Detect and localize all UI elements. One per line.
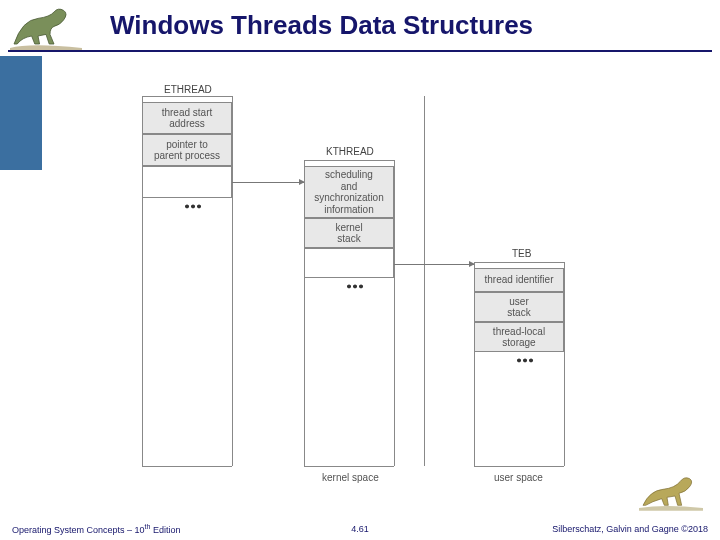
slide-title: Windows Threads Data Structures (110, 10, 533, 41)
diagram: ETHREAD KTHREAD TEB thread start address… (142, 84, 612, 484)
kthread-kernel-stack-box: kernel stack (304, 218, 394, 248)
header-teb: TEB (512, 248, 531, 259)
ethread-parent-pointer-box: pointer to parent process (142, 134, 232, 166)
teb-top-line (474, 262, 564, 263)
footer-book-b: Edition (150, 525, 180, 535)
arrow-ethread-to-kthread (232, 182, 304, 183)
ethread-top-line (142, 96, 232, 97)
kernel-user-divider (424, 96, 425, 466)
footer-copyright: Silberschatz, Galvin and Gagne ©2018 (552, 524, 708, 534)
col-line-ethread-right (232, 96, 233, 466)
teb-tls-box: thread-local storage (474, 322, 564, 352)
ethread-bottom-line (142, 466, 232, 467)
user-space-label: user space (494, 472, 543, 483)
footer-left: Operating System Concepts – 10th Edition (12, 523, 180, 535)
footer-page-number: 4.61 (351, 524, 369, 534)
kthread-teb-slot (304, 248, 394, 278)
kernel-space-label: kernel space (322, 472, 379, 483)
kthread-sched-box: scheduling and synchronization informati… (304, 166, 394, 218)
header-ethread: ETHREAD (164, 84, 212, 95)
kthread-right-line (394, 160, 395, 466)
teb-user-stack-box: user stack (474, 292, 564, 322)
teb-dots: ••• (516, 358, 534, 363)
dinosaur-bottom-right-icon (636, 472, 706, 512)
kthread-bottom-line (304, 466, 394, 467)
teb-thread-id-box: thread identifier (474, 268, 564, 292)
arrow-kthread-to-teb (394, 264, 474, 265)
teb-right-line (564, 262, 565, 466)
kthread-top-line (304, 160, 394, 161)
ethread-start-address-box: thread start address (142, 102, 232, 134)
footer: Operating System Concepts – 10th Edition… (0, 518, 720, 540)
teb-bottom-line (474, 466, 564, 467)
sidebar-gap-bottom (0, 170, 42, 540)
header-kthread: KTHREAD (326, 146, 374, 157)
slide: Windows Threads Data Structures ETHREAD … (0, 0, 720, 540)
ethread-kthread-slot (142, 166, 232, 198)
dinosaur-top-left-icon (6, 4, 86, 52)
title-underline (8, 50, 712, 52)
ethread-dots: ••• (184, 204, 202, 209)
kthread-dots: ••• (346, 284, 364, 289)
footer-book-a: Operating System Concepts – 10 (12, 525, 145, 535)
